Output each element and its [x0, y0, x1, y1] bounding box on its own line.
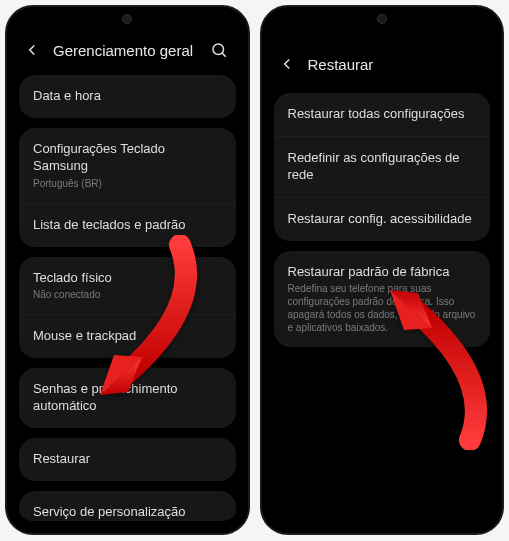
item-title: Restaurar padrão de fábrica: [288, 264, 477, 281]
settings-group: Teclado físico Não conectado Mouse e tra…: [19, 257, 236, 359]
svg-line-1: [222, 53, 225, 56]
item-restore[interactable]: Restaurar: [19, 438, 236, 481]
settings-group: Restaurar padrão de fábrica Redefina seu…: [274, 251, 491, 348]
item-title: Restaurar todas configurações: [288, 106, 477, 123]
item-reset-network[interactable]: Redefinir as configurações de rede: [274, 136, 491, 197]
item-title: Senhas e preenchimento automático: [33, 381, 222, 415]
item-title: Lista de teclados e padrão: [33, 217, 222, 234]
item-title: Mouse e trackpad: [33, 328, 222, 345]
settings-group: Configurações Teclado Samsung Português …: [19, 128, 236, 247]
settings-list: Restaurar todas configurações Redefinir …: [272, 93, 493, 347]
page-title: Gerenciamento geral: [53, 42, 198, 59]
item-keyboard-list[interactable]: Lista de teclados e padrão: [19, 203, 236, 247]
item-date-time[interactable]: Data e hora: [19, 75, 236, 118]
item-factory-reset[interactable]: Restaurar padrão de fábrica Redefina seu…: [274, 251, 491, 348]
item-title: Restaurar config. acessibilidade: [288, 211, 477, 228]
settings-group: Restaurar todas configurações Redefinir …: [274, 93, 491, 241]
phone-right: Restaurar Restaurar todas configurações …: [260, 5, 505, 535]
item-personalization[interactable]: Serviço de personalização Ativado: [19, 491, 236, 521]
camera-notch: [377, 14, 387, 24]
item-physical-keyboard[interactable]: Teclado físico Não conectado: [19, 257, 236, 315]
item-subtitle: Português (BR): [33, 177, 222, 190]
settings-list: Data e hora Configurações Teclado Samsun…: [17, 75, 238, 521]
item-title: Serviço de personalização: [33, 504, 222, 521]
item-keyboard-samsung[interactable]: Configurações Teclado Samsung Português …: [19, 128, 236, 203]
item-title: Teclado físico: [33, 270, 222, 287]
settings-group: Restaurar: [19, 438, 236, 481]
item-title: Restaurar: [33, 451, 222, 468]
search-icon[interactable]: [208, 39, 230, 61]
settings-group: Data e hora: [19, 75, 236, 118]
screen-right: Restaurar Restaurar todas configurações …: [272, 25, 493, 521]
back-icon[interactable]: [276, 53, 298, 75]
item-title: Data e hora: [33, 88, 222, 105]
item-restore-all[interactable]: Restaurar todas configurações: [274, 93, 491, 136]
settings-group: Senhas e preenchimento automático: [19, 368, 236, 428]
settings-group: Serviço de personalização Ativado: [19, 491, 236, 521]
item-title: Configurações Teclado Samsung: [33, 141, 222, 175]
page-title: Restaurar: [308, 56, 485, 73]
header: Gerenciamento geral: [17, 25, 238, 75]
header: Restaurar: [272, 25, 493, 93]
screen-left: Gerenciamento geral Data e hora Configur…: [17, 25, 238, 521]
item-mouse-trackpad[interactable]: Mouse e trackpad: [19, 314, 236, 358]
item-passwords-autofill[interactable]: Senhas e preenchimento automático: [19, 368, 236, 428]
back-icon[interactable]: [21, 39, 43, 61]
item-title: Redefinir as configurações de rede: [288, 150, 477, 184]
phone-left: Gerenciamento geral Data e hora Configur…: [5, 5, 250, 535]
item-subtitle: Não conectado: [33, 288, 222, 301]
item-restore-accessibility[interactable]: Restaurar config. acessibilidade: [274, 197, 491, 241]
svg-point-0: [213, 44, 224, 55]
item-subtitle: Redefina seu telefone para suas configur…: [288, 282, 477, 334]
camera-notch: [122, 14, 132, 24]
